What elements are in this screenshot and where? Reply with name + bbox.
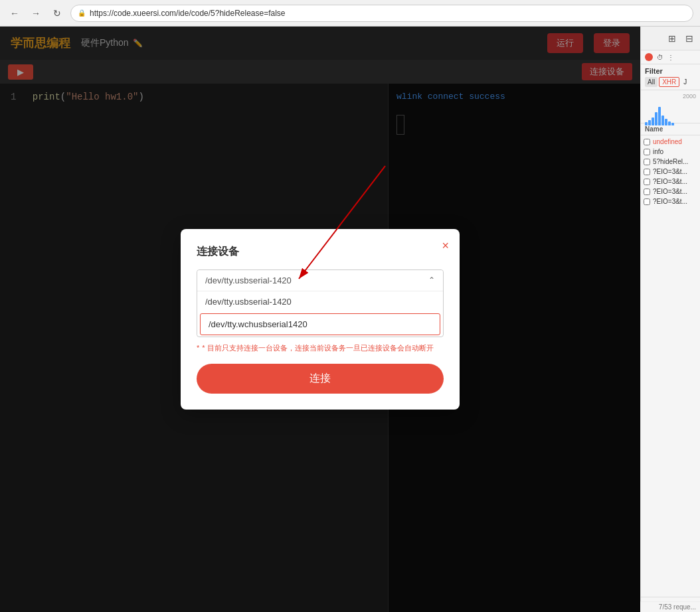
- filter-tab-js[interactable]: J: [681, 77, 689, 87]
- address-bar[interactable]: 🔒 https://code.xueersi.com/ide/code/5?hi…: [70, 5, 693, 22]
- name-item-eio2[interactable]: ?EIO=3&t...: [641, 177, 700, 187]
- filter-section: Filter All XHR J: [641, 64, 700, 90]
- name-item-text-undefined: undefined: [653, 138, 682, 145]
- reload-button[interactable]: ↻: [49, 5, 65, 21]
- connect-dialog: 连接设备 × /dev/tty.usbserial-1420 ⌃ /dev/tt…: [181, 229, 460, 410]
- hint-text-content: * 目前只支持连接一台设备，连接当前设备务一旦已连接设备会自动断开: [202, 344, 433, 352]
- name-checkbox-5hiderel[interactable]: [644, 159, 650, 165]
- chevron-up-icon: ⌃: [428, 275, 435, 285]
- chart-bar-3: [652, 117, 654, 125]
- name-item-text-5hiderel: 5?hideRel...: [653, 158, 688, 165]
- name-item-text-eio3: ?EIO=3&t...: [653, 188, 687, 195]
- chart-bar-2: [648, 120, 651, 125]
- url-text: https://code.xueersi.com/ide/code/5?hide…: [90, 9, 286, 18]
- dropdown-current-value: /dev/tty.usbserial-1420: [205, 275, 292, 285]
- chart-bar-5: [658, 107, 661, 125]
- chart-value-label: 2000: [683, 93, 696, 100]
- bottom-bar: 7/53 reque...: [640, 601, 700, 612]
- filter-tab-all[interactable]: All: [645, 77, 657, 87]
- name-checkbox-eio1[interactable]: [644, 169, 650, 175]
- chart-bar-6: [661, 115, 664, 125]
- hint-text: ** 目前只支持连接一台设备，连接当前设备务一旦已连接设备会自动断开: [197, 343, 444, 354]
- name-item-eio4[interactable]: ?EIO=3&t...: [641, 196, 700, 206]
- timer-icon: ⏱: [657, 54, 663, 61]
- name-item-undefined[interactable]: undefined: [641, 137, 700, 147]
- name-item-eio1[interactable]: ?EIO=3&t...: [641, 167, 700, 177]
- app-container: 学而思编程 硬件Python ✏️ 运行 登录 ▶ 连接设备 1 print("…: [0, 27, 700, 612]
- back-button[interactable]: ←: [7, 5, 23, 21]
- devtools-icon-btn-1[interactable]: ⊞: [665, 32, 679, 45]
- name-checkbox-info[interactable]: [644, 149, 650, 155]
- dialog-close-button[interactable]: ×: [442, 240, 449, 252]
- browser-toolbar: ← → ↻ 🔒 https://code.xueersi.com/ide/cod…: [0, 0, 700, 27]
- filter-tabs: All XHR J: [645, 77, 696, 87]
- name-checkbox-eio3[interactable]: [644, 189, 650, 195]
- chart-bar-4: [655, 112, 657, 125]
- name-item-5hiderel[interactable]: 5?hideRel...: [641, 157, 700, 167]
- name-item-text-eio4: ?EIO=3&t...: [653, 198, 687, 205]
- name-item-eio3[interactable]: ?EIO=3&t...: [641, 187, 700, 196]
- devtools-panel: ⊞ ⊟ ⏱ ⋮ Filter All XHR J 2000: [640, 27, 700, 612]
- chart-bars: [645, 102, 696, 125]
- chart-bar-8: [668, 121, 671, 125]
- dropdown-header[interactable]: /dev/tty.usbserial-1420 ⌃: [197, 270, 443, 291]
- dialog-title: 连接设备: [197, 245, 444, 259]
- name-item-info[interactable]: info: [641, 147, 700, 157]
- name-list: undefined info 5?hideRel... ?EIO=3&t... …: [641, 135, 700, 208]
- forward-button[interactable]: →: [28, 5, 44, 21]
- chart-bar-1: [645, 122, 648, 125]
- dropdown-option-2[interactable]: /dev/tty.wchusbserial1420: [200, 313, 440, 335]
- filter-tab-xhr[interactable]: XHR: [659, 77, 679, 87]
- dropdown-list: /dev/tty.usbserial-1420 /dev/tty.wchusbs…: [197, 291, 443, 335]
- modal-overlay: 连接设备 × /dev/tty.usbserial-1420 ⌃ /dev/tt…: [0, 27, 640, 612]
- name-checkbox-eio2[interactable]: [644, 179, 650, 185]
- name-checkbox-undefined[interactable]: [644, 139, 650, 145]
- more-icon: ⋮: [667, 54, 674, 61]
- record-row: ⏱ ⋮: [641, 50, 700, 64]
- name-checkbox-eio4[interactable]: [644, 198, 650, 205]
- chart-bar-7: [665, 119, 667, 125]
- connect-confirm-button[interactable]: 连接: [197, 364, 444, 394]
- filter-label: Filter: [645, 67, 696, 75]
- lock-icon: 🔒: [78, 9, 86, 17]
- ide-area: 学而思编程 硬件Python ✏️ 运行 登录 ▶ 连接设备 1 print("…: [0, 27, 640, 612]
- dropdown-container[interactable]: /dev/tty.usbserial-1420 ⌃ /dev/tty.usbse…: [197, 269, 444, 337]
- dropdown-option-1[interactable]: /dev/tty.usbserial-1420: [197, 291, 443, 312]
- chart-area: 2000: [641, 90, 700, 123]
- name-item-text-eio2: ?EIO=3&t...: [653, 178, 687, 185]
- chart-bar-9: [671, 123, 674, 125]
- devtools-top: ⊞ ⊟: [641, 27, 700, 50]
- record-dot: [645, 53, 653, 61]
- devtools-icon-btn-2[interactable]: ⊟: [683, 32, 696, 45]
- name-item-text-eio1: ?EIO=3&t...: [653, 168, 687, 175]
- name-item-text-info: info: [653, 148, 663, 155]
